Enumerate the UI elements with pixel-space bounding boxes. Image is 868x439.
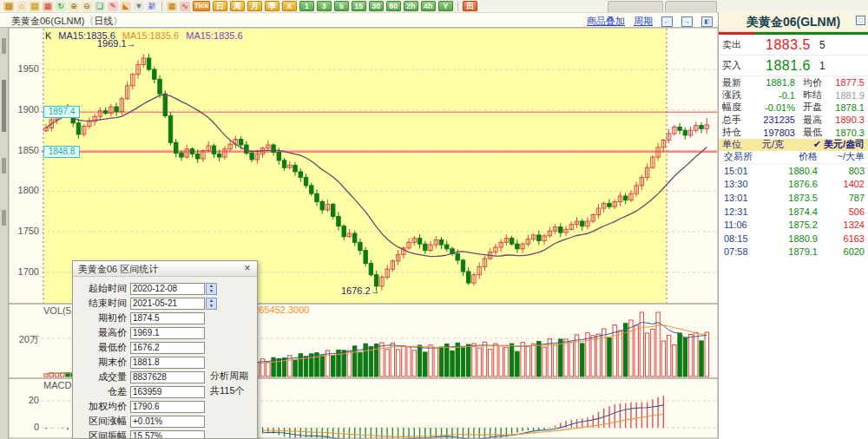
pane-right-icon[interactable]: → [681, 16, 693, 27]
field-label-volume: 成交量 [73, 370, 127, 383]
pane-tab-1[interactable] [608, 1, 663, 12]
field-input-low-price[interactable]: 1676.2 [130, 342, 205, 354]
spinner-down-icon[interactable]: ▼ [207, 289, 216, 294]
stat-label: 昨结 [803, 88, 829, 102]
trade-row[interactable]: 08:151880.96163 [719, 232, 868, 246]
layout-table-icon[interactable]: ▦ [167, 2, 177, 11]
period-link[interactable]: 周期 [634, 15, 653, 28]
period-button-周[interactable]: 周 [230, 1, 245, 11]
dialog-title-bar[interactable]: 美黄金06 区间统计 × [73, 261, 257, 277]
pane-split-icon[interactable]: ◧ [701, 16, 713, 27]
trade-time: 11:06 [724, 220, 762, 230]
trade-price: 1875.2 [762, 220, 818, 230]
layers-icon[interactable]: ❏ [95, 2, 105, 11]
trade-row[interactable]: 12:311874.4506 [719, 205, 868, 219]
open-folder-icon[interactable]: ▨ [3, 2, 14, 11]
dialog-field-row: 加权均价1790.6 [73, 399, 257, 414]
period-button-4h[interactable]: 4h [421, 1, 436, 11]
trade-volume: 506 [818, 206, 865, 217]
maximize-icon[interactable]: □ [856, 16, 865, 25]
paint-icon[interactable]: ◣ [121, 2, 131, 11]
zoom-out-icon[interactable]: ⊖ [82, 2, 92, 11]
unit-row[interactable]: 单位 元/克 ✔ 美元/盎司 [719, 139, 868, 151]
field-input-range-amplitude[interactable]: 15.57% [130, 430, 205, 439]
quote-stats: 最新1881.8均价1877.5涨跌-0.1昨结1881.9幅度-0.01%开盘… [719, 76, 868, 139]
spinner-start-time[interactable]: ▲▼ [206, 283, 217, 295]
stat-label: 最高 [803, 114, 829, 127]
field-input-open-price[interactable]: 1874.5 [130, 312, 205, 324]
field-label-range-change: 区间涨幅 [73, 415, 127, 428]
trade-price: 1876.6 [762, 179, 818, 189]
period-button-日[interactable]: 日 [213, 1, 227, 11]
close-icon[interactable]: × [242, 262, 253, 274]
quote-stat-row: 涨跌-0.1昨结1881.9 [719, 88, 868, 101]
trade-price: 1880.4 [762, 166, 818, 176]
spinner-down-icon[interactable]: ▼ [207, 304, 216, 309]
period-button-月[interactable]: 月 [247, 1, 262, 11]
period-button-季[interactable]: 季 [265, 1, 279, 11]
chart-card-icon[interactable]: ▦ [43, 2, 53, 11]
unit-cny[interactable]: 元/克 [762, 138, 784, 151]
trade-row[interactable]: 15:011880.4803 [719, 164, 868, 178]
period-button-Y[interactable]: Y [438, 1, 453, 11]
pane-left-icon[interactable]: ← [661, 16, 673, 27]
zoom-in-icon[interactable]: ⊕ [69, 2, 79, 11]
field-input-high-price[interactable]: 1969.1 [130, 327, 205, 339]
new-icon[interactable]: 新 [147, 2, 157, 11]
pane-tab-2[interactable] [665, 1, 717, 12]
period-button-3[interactable]: 3 [317, 1, 332, 11]
overlay-link[interactable]: 商品叠加 [587, 15, 625, 28]
chart-header-bar: 美黄金06(GLNM)〈日线〉 商品叠加 周期 ← → ◧ [0, 12, 718, 28]
trade-row[interactable]: 07:581879.16020 [719, 246, 868, 259]
stat-value: 1878.1 [829, 102, 865, 113]
stat-label: 持仓 [722, 126, 745, 139]
filter-icon[interactable]: ▼ [134, 2, 144, 11]
period-count-label: 共115个 [210, 384, 245, 397]
trade-row[interactable]: 13:301876.61402 [719, 178, 868, 192]
bidask-qty: 5 [819, 39, 825, 51]
trade-volume: 6020 [818, 246, 865, 257]
field-input-start-time[interactable]: 2020-12-08 [130, 283, 205, 295]
field-input-oi-change[interactable]: 163959 [130, 386, 205, 398]
field-input-weighted-avg[interactable]: 1790.6 [130, 401, 205, 413]
analysis-period-label: 分析周期 [210, 370, 248, 383]
period-button-1[interactable]: 1 [299, 1, 314, 11]
grid-layout-button[interactable]: 田 [463, 1, 477, 11]
period-button-15[interactable]: 15 [352, 1, 366, 11]
bidask-row[interactable]: 卖出1883.55 [719, 35, 868, 56]
refresh-icon[interactable]: ↻ [56, 2, 66, 11]
trade-time: 08:15 [724, 233, 762, 244]
field-input-range-change[interactable]: +0.01% [130, 416, 205, 428]
trades-col-exchange: 交易所 [724, 150, 762, 163]
stat-label: 幅度 [722, 101, 745, 114]
period-button-30[interactable]: 30 [369, 1, 384, 11]
trend-icon[interactable]: ∿ [180, 2, 190, 11]
field-input-end-time[interactable]: 2021-05-21 [130, 298, 205, 310]
interval-statistics-dialog[interactable]: 美黄金06 区间统计 × 起始时间2020-12-08▲▼结束时间2021-05… [72, 260, 258, 439]
stat-label: 均价 [803, 76, 829, 89]
period-button-5[interactable]: 5 [334, 1, 349, 11]
home-icon[interactable]: ⌂ [16, 2, 27, 11]
unit-usd[interactable]: ✔ 美元/盎司 [813, 138, 865, 151]
trade-volume: 787 [818, 193, 865, 203]
period-button-2h[interactable]: 2h [404, 1, 418, 11]
left-tool-strip[interactable] [0, 28, 9, 439]
field-input-close-price[interactable]: 1881.8 [130, 357, 205, 369]
trade-row[interactable]: 13:011873.5787 [719, 191, 868, 205]
spinner-end-time[interactable]: ▲▼ [206, 298, 217, 310]
bidask-row[interactable]: 买入1881.61 [719, 56, 868, 76]
field-input-volume[interactable]: 8837628 [130, 371, 205, 383]
trade-row[interactable]: 11:061875.21324 [719, 218, 868, 232]
stat-value: 1870.3 [829, 128, 865, 138]
strip-scroll-thumb[interactable] [2, 80, 6, 132]
colorbar-green [755, 32, 868, 35]
tick-period-button[interactable]: Tick [193, 1, 210, 11]
stat-label: 总手 [722, 114, 745, 127]
period-button-60[interactable]: 60 [386, 1, 401, 11]
strip-mark [2, 38, 6, 54]
period-button-X[interactable]: X [282, 1, 297, 11]
coins-icon[interactable]: ▤ [30, 2, 40, 11]
draw-pencil-icon[interactable]: ✎ [108, 2, 118, 11]
field-label-range-amplitude: 区间振幅 [73, 429, 127, 439]
stat-label: 涨跌 [722, 88, 745, 102]
